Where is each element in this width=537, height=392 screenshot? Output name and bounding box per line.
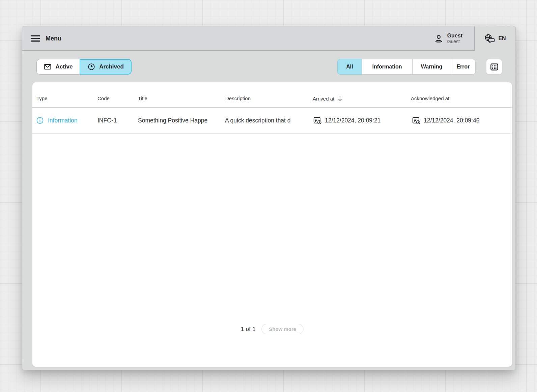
- user-account[interactable]: Guest Guest: [434, 26, 462, 51]
- user-name: Guest: [447, 32, 462, 39]
- table-row[interactable]: Information INFO-1 Something Positive Ha…: [32, 108, 512, 134]
- view-toggle: Active Archived: [36, 59, 132, 75]
- row-type-label: Information: [48, 117, 78, 124]
- filter-error-label: Error: [456, 64, 470, 70]
- sort-descending-icon: [337, 95, 343, 102]
- filter-information-label: Information: [372, 64, 402, 70]
- page-status: 1 of 1: [241, 326, 256, 332]
- user-text: Guest Guest: [447, 32, 462, 45]
- filter-all-label: All: [346, 64, 353, 70]
- table-header: Type Code Title Description Arrived at A…: [32, 82, 512, 108]
- severity-filter: All Information Warning Error: [337, 59, 476, 75]
- row-arrived-at-value: 12/12/2024, 20:09:21: [325, 117, 380, 124]
- tab-active[interactable]: Active: [36, 59, 80, 75]
- show-more-button[interactable]: Show more: [261, 324, 304, 334]
- design-canvas: { "topbar": { "menu_label": "Menu", "use…: [0, 0, 537, 392]
- filter-warning[interactable]: Warning: [412, 59, 451, 75]
- row-arrived-at: 12/12/2024, 20:09:21: [313, 116, 380, 125]
- column-header-code: Code: [97, 95, 110, 101]
- top-bar: Menu Guest Guest EN: [22, 26, 515, 51]
- filter-error[interactable]: Error: [451, 59, 476, 75]
- calendar-clock-icon: [412, 116, 421, 125]
- tab-active-label: Active: [55, 63, 73, 70]
- calendar-clock-icon: [313, 116, 322, 125]
- clock-icon: [87, 63, 95, 71]
- app-window: Menu Guest Guest EN: [22, 26, 516, 370]
- user-icon: [434, 34, 443, 43]
- info-icon: [36, 117, 44, 124]
- row-code: INFO-1: [97, 117, 117, 124]
- menu-label: Menu: [46, 35, 61, 42]
- menu-button[interactable]: Menu: [30, 26, 61, 51]
- column-header-arrived-at-label: Arrived at: [313, 96, 334, 102]
- envelope-icon: [44, 63, 52, 71]
- column-header-type: Type: [36, 95, 48, 101]
- hamburger-icon: [30, 34, 40, 43]
- notifications-table: Type Code Title Description Arrived at A…: [32, 82, 512, 367]
- tab-archived[interactable]: Archived: [80, 59, 132, 75]
- user-role: Guest: [447, 39, 462, 45]
- filter-information[interactable]: Information: [362, 59, 413, 75]
- grid-view-button[interactable]: [486, 59, 502, 75]
- column-header-acknowledged-at: Acknowledged at: [411, 95, 449, 101]
- pagination: 1 of 1 Show more: [32, 323, 512, 335]
- column-header-description: Description: [225, 95, 251, 101]
- tab-archived-label: Archived: [99, 63, 124, 70]
- row-type-cell: Information: [36, 117, 78, 124]
- filter-all[interactable]: All: [337, 59, 362, 75]
- row-acknowledged-at-value: 12/12/2024, 20:09:46: [424, 117, 479, 124]
- row-title: Something Positive Happe: [138, 117, 223, 124]
- filter-warning-label: Warning: [421, 64, 442, 70]
- table-grid-icon: [490, 63, 499, 71]
- language-code: EN: [498, 35, 506, 41]
- column-header-arrived-at[interactable]: Arrived at: [313, 95, 343, 102]
- row-description: A quick description that d: [225, 117, 306, 124]
- row-acknowledged-at: 12/12/2024, 20:09:46: [412, 116, 479, 125]
- column-header-title: Title: [138, 95, 147, 101]
- language-globe-icon: [484, 34, 495, 44]
- language-selector[interactable]: EN: [474, 26, 515, 51]
